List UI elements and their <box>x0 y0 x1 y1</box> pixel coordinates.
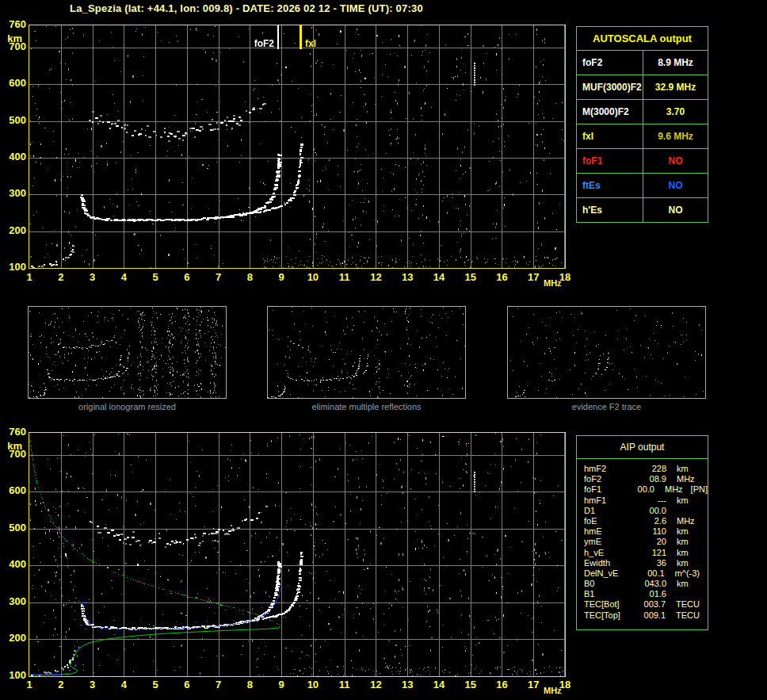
thumbnail-panel-1 <box>267 306 466 399</box>
x-tick-label: 15 <box>464 679 475 690</box>
x-tick-label: 8 <box>247 679 253 690</box>
y-tick-label: 760 <box>0 427 26 438</box>
thumbnail-panel-2 <box>507 306 706 399</box>
aip-output-table: AIP output hmF2228kmfoF208.9MHzfoF100.0M… <box>576 435 708 630</box>
aip-cell: D1 <box>584 506 632 516</box>
aip-row-hmF1: hmF1---km <box>584 495 708 506</box>
x-axis-unit: MHz <box>544 278 562 288</box>
y-tick-label: 200 <box>0 633 26 644</box>
autoscala-row-h'Es: h'EsNO <box>577 198 708 222</box>
aip-cell: 20 <box>632 537 666 547</box>
x-tick-label: 3 <box>90 272 95 283</box>
y-axis-unit: km <box>0 33 22 44</box>
x-tick-label: 7 <box>216 679 221 690</box>
autoscala-row-foF1: foF1NO <box>577 149 708 174</box>
x-tick-label: 12 <box>370 679 381 690</box>
y-tick-label: 760 <box>0 19 26 30</box>
aip-cell: h_vE <box>584 548 632 558</box>
thumbnail-caption-0: original ionogram resized <box>28 402 227 411</box>
aip-cell: TECU <box>676 610 700 621</box>
autoscala-value: 8.9 MHz <box>643 51 708 75</box>
x-tick-label: 6 <box>184 272 189 283</box>
aip-cell: foE <box>584 516 632 526</box>
y-tick-label: 200 <box>0 225 26 236</box>
y-tick-label: 500 <box>0 522 26 534</box>
y-tick-label: 100 <box>0 262 26 273</box>
autoscala-label: foF2 <box>577 51 643 75</box>
autoscala-row-M(3000)F2: M(3000)F23.70 <box>577 100 708 124</box>
x-tick-label: 13 <box>402 679 413 690</box>
aip-cell: 00.0 <box>632 506 666 516</box>
y-tick-label: 100 <box>0 670 26 681</box>
aip-cell: 00.1 <box>631 568 665 579</box>
x-tick-label: 5 <box>152 679 158 690</box>
aip-cell: MHz <box>665 484 683 495</box>
aip-cell: 228 <box>632 464 666 474</box>
aip-row-TEC[Bot]: TEC[Bot]003.7TECU <box>584 599 708 610</box>
aip-cell: hmE <box>584 526 632 537</box>
thumbnail-canvas-1 <box>268 307 465 398</box>
autoscala-label: foF1 <box>577 149 643 173</box>
aip-table-body: hmF2228kmfoF208.9MHzfoF100.0MHz[PN]hmF1-… <box>577 459 708 621</box>
aip-row-foE: foE2.6MHz <box>584 516 708 526</box>
autoscala-row-foF2: foF28.9 MHz <box>577 51 708 75</box>
y-tick-label: 300 <box>0 596 26 607</box>
aip-cell: km <box>677 548 689 558</box>
aip-cell: 043.0 <box>632 579 666 589</box>
aip-cell: TEC[Top] <box>584 610 631 621</box>
autoscala-value: 32.9 MHz <box>643 75 708 99</box>
aip-row-foF1: foF100.0MHz[PN] <box>584 484 708 495</box>
aip-cell: 121 <box>632 548 666 558</box>
y-tick-label: 600 <box>0 485 26 496</box>
aip-row-Ewidth: Ewidth36km <box>584 558 708 568</box>
x-axis-unit: MHz <box>544 686 562 695</box>
top-ionogram-plot <box>29 25 566 269</box>
aip-cell: m^(-3) <box>675 568 700 579</box>
x-tick-label: 9 <box>278 272 284 283</box>
autoscala-table-title: AUTOSCALA output <box>577 27 708 51</box>
autoscala-label: fxI <box>577 124 643 148</box>
x-tick-label: 9 <box>278 679 284 690</box>
top-ionogram-canvas <box>29 25 565 268</box>
y-tick-label: 500 <box>0 115 26 126</box>
x-tick-label: 10 <box>307 679 319 690</box>
autoscala-row-fxI: fxI9.6 MHz <box>577 124 708 149</box>
x-tick-label: 11 <box>339 679 350 690</box>
aip-cell: TEC[Bot] <box>584 599 631 610</box>
x-tick-label: 7 <box>216 272 221 283</box>
autoscala-value: NO <box>643 198 708 222</box>
x-tick-label: 16 <box>496 272 507 283</box>
aip-row-DelN_vE: DelN_vE00.1m^(-3) <box>584 568 708 579</box>
autoscala-value: NO <box>643 174 708 197</box>
aip-row-B0: B0043.0km <box>584 579 708 589</box>
x-tick-label: 3 <box>90 679 95 690</box>
aip-cell: 110 <box>632 526 666 537</box>
aip-row-foF2: foF208.9MHz <box>584 474 708 484</box>
thumbnail-caption-2: evidence F2 trace <box>507 402 706 411</box>
x-tick-label: 15 <box>464 272 475 283</box>
aip-cell: 003.7 <box>631 599 666 610</box>
x-tick-label: 1 <box>26 272 32 283</box>
x-tick-label: 17 <box>528 679 539 690</box>
aip-cell: B1 <box>584 589 632 599</box>
aip-cell: 009.1 <box>631 610 666 621</box>
autoscala-row-MUF(3000)F2: MUF(3000)F232.9 MHz <box>577 75 708 100</box>
autoscala-value: NO <box>643 149 708 173</box>
y-tick-label: 400 <box>0 559 26 570</box>
aip-row-D1: D100.0 <box>584 506 708 516</box>
aip-cell: 36 <box>632 558 666 568</box>
autoscala-label: M(3000)F2 <box>577 100 643 124</box>
x-tick-label: 14 <box>433 272 445 283</box>
y-axis-unit: km <box>0 441 22 452</box>
thumbnail-caption-1: eliminate multiple reflections <box>267 402 466 411</box>
x-tick-label: 6 <box>184 679 189 690</box>
autoscala-output-table: AUTOSCALA output foF28.9 MHzMUF(3000)F23… <box>576 26 708 223</box>
bottom-ionogram-canvas <box>29 433 565 676</box>
autoscala-label: h'Es <box>577 198 643 222</box>
x-tick-label: 11 <box>339 272 350 283</box>
x-tick-label: 5 <box>152 272 158 283</box>
aip-cell: B0 <box>584 579 632 589</box>
aip-table-title: AIP output <box>577 436 708 459</box>
aip-row-hmF2: hmF2228km <box>584 464 708 474</box>
autoscala-label: ftEs <box>577 174 643 197</box>
